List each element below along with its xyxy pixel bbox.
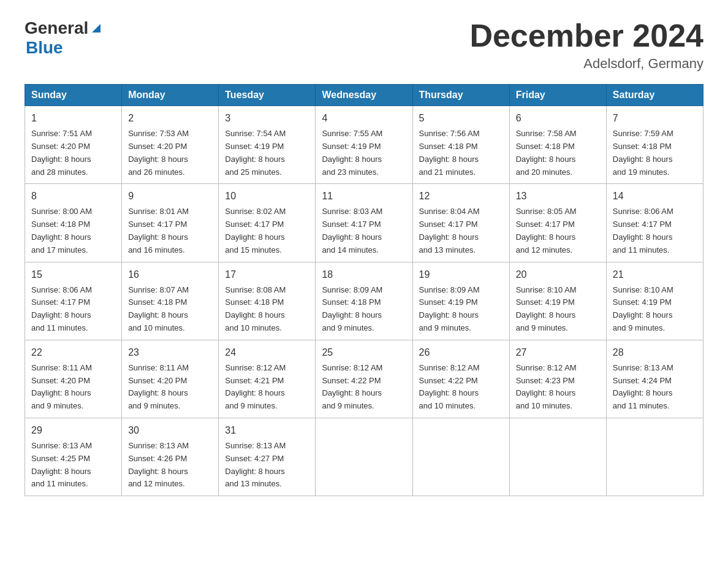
- month-title: December 2024: [469, 18, 703, 53]
- calendar-cell: 25 Sunrise: 8:12 AMSunset: 4:22 PMDaylig…: [316, 340, 412, 418]
- day-number: 21: [613, 267, 697, 282]
- logo-blue-text: Blue: [26, 38, 63, 58]
- calendar-cell: 11 Sunrise: 8:03 AMSunset: 4:17 PMDaylig…: [316, 184, 412, 262]
- calendar-week-row: 29 Sunrise: 8:13 AMSunset: 4:25 PMDaylig…: [25, 418, 703, 496]
- calendar-cell: 17 Sunrise: 8:08 AMSunset: 4:18 PMDaylig…: [219, 262, 316, 340]
- day-number: 13: [516, 189, 600, 204]
- day-info: Sunrise: 8:05 AMSunset: 4:17 PMDaylight:…: [516, 205, 600, 256]
- calendar-cell: 12 Sunrise: 8:04 AMSunset: 4:17 PMDaylig…: [412, 184, 509, 262]
- day-info: Sunrise: 8:12 AMSunset: 4:22 PMDaylight:…: [419, 362, 503, 413]
- calendar-cell: 2 Sunrise: 7:53 AMSunset: 4:20 PMDayligh…: [122, 106, 219, 184]
- day-info: Sunrise: 8:11 AMSunset: 4:20 PMDaylight:…: [128, 362, 212, 413]
- day-info: Sunrise: 8:09 AMSunset: 4:19 PMDaylight:…: [419, 284, 503, 335]
- day-number: 8: [31, 189, 115, 204]
- day-number: 18: [322, 267, 406, 282]
- day-info: Sunrise: 8:13 AMSunset: 4:25 PMDaylight:…: [31, 440, 115, 491]
- day-number: 19: [419, 267, 503, 282]
- day-info: Sunrise: 8:13 AMSunset: 4:27 PMDaylight:…: [225, 440, 309, 491]
- day-info: Sunrise: 8:13 AMSunset: 4:24 PMDaylight:…: [613, 362, 697, 413]
- calendar-cell: 15 Sunrise: 8:06 AMSunset: 4:17 PMDaylig…: [25, 262, 122, 340]
- day-info: Sunrise: 8:13 AMSunset: 4:26 PMDaylight:…: [128, 440, 212, 491]
- day-info: Sunrise: 7:59 AMSunset: 4:18 PMDaylight:…: [613, 128, 697, 178]
- day-info: Sunrise: 7:55 AMSunset: 4:19 PMDaylight:…: [322, 128, 406, 178]
- calendar-cell: 21 Sunrise: 8:10 AMSunset: 4:19 PMDaylig…: [606, 262, 703, 340]
- day-info: Sunrise: 7:51 AMSunset: 4:20 PMDaylight:…: [31, 128, 115, 178]
- calendar-cell: 16 Sunrise: 8:07 AMSunset: 4:18 PMDaylig…: [122, 262, 219, 340]
- calendar-week-row: 1 Sunrise: 7:51 AMSunset: 4:20 PMDayligh…: [25, 106, 703, 184]
- day-number: 6: [516, 111, 600, 126]
- calendar-cell: 6 Sunrise: 7:58 AMSunset: 4:18 PMDayligh…: [509, 106, 606, 184]
- day-number: 4: [322, 111, 406, 126]
- calendar-cell: 28 Sunrise: 8:13 AMSunset: 4:24 PMDaylig…: [606, 340, 703, 418]
- day-info: Sunrise: 8:00 AMSunset: 4:18 PMDaylight:…: [31, 205, 115, 256]
- calendar-cell: 4 Sunrise: 7:55 AMSunset: 4:19 PMDayligh…: [316, 106, 412, 184]
- calendar-cell: 22 Sunrise: 8:11 AMSunset: 4:20 PMDaylig…: [25, 340, 122, 418]
- day-info: Sunrise: 8:12 AMSunset: 4:22 PMDaylight:…: [322, 362, 406, 413]
- day-info: Sunrise: 7:53 AMSunset: 4:20 PMDaylight:…: [128, 128, 212, 178]
- logo-triangle-icon: [89, 21, 103, 35]
- calendar-table: Sunday Monday Tuesday Wednesday Thursday…: [25, 84, 703, 496]
- day-number: 9: [128, 189, 212, 204]
- calendar-cell: 31 Sunrise: 8:13 AMSunset: 4:27 PMDaylig…: [219, 418, 316, 496]
- calendar-week-row: 22 Sunrise: 8:11 AMSunset: 4:20 PMDaylig…: [25, 340, 703, 418]
- day-number: 14: [613, 189, 697, 204]
- day-number: 10: [225, 189, 309, 204]
- day-number: 11: [322, 189, 406, 204]
- calendar-cell: 9 Sunrise: 8:01 AMSunset: 4:17 PMDayligh…: [122, 184, 219, 262]
- day-info: Sunrise: 8:11 AMSunset: 4:20 PMDaylight:…: [31, 362, 115, 413]
- day-number: 23: [128, 345, 212, 360]
- day-info: Sunrise: 8:06 AMSunset: 4:17 PMDaylight:…: [613, 205, 697, 256]
- calendar-cell: 24 Sunrise: 8:12 AMSunset: 4:21 PMDaylig…: [219, 340, 316, 418]
- day-info: Sunrise: 8:07 AMSunset: 4:18 PMDaylight:…: [128, 284, 212, 335]
- calendar-cell: 19 Sunrise: 8:09 AMSunset: 4:19 PMDaylig…: [412, 262, 509, 340]
- day-info: Sunrise: 8:06 AMSunset: 4:17 PMDaylight:…: [31, 284, 115, 335]
- day-number: 20: [516, 267, 600, 282]
- header-wednesday: Wednesday: [316, 85, 412, 106]
- day-info: Sunrise: 8:12 AMSunset: 4:21 PMDaylight:…: [225, 362, 309, 413]
- day-number: 7: [613, 111, 697, 126]
- day-number: 15: [31, 267, 115, 282]
- day-number: 12: [419, 189, 503, 204]
- header-tuesday: Tuesday: [219, 85, 316, 106]
- calendar-cell: 30 Sunrise: 8:13 AMSunset: 4:26 PMDaylig…: [122, 418, 219, 496]
- calendar-cell: 3 Sunrise: 7:54 AMSunset: 4:19 PMDayligh…: [219, 106, 316, 184]
- header-thursday: Thursday: [412, 85, 509, 106]
- title-block: December 2024 Adelsdorf, Germany: [469, 18, 703, 72]
- calendar-week-row: 15 Sunrise: 8:06 AMSunset: 4:17 PMDaylig…: [25, 262, 703, 340]
- calendar-cell: 13 Sunrise: 8:05 AMSunset: 4:17 PMDaylig…: [509, 184, 606, 262]
- day-info: Sunrise: 8:01 AMSunset: 4:17 PMDaylight:…: [128, 205, 212, 256]
- calendar-cell: 29 Sunrise: 8:13 AMSunset: 4:25 PMDaylig…: [25, 418, 122, 496]
- svg-marker-0: [92, 24, 100, 33]
- calendar-cell: 20 Sunrise: 8:10 AMSunset: 4:19 PMDaylig…: [509, 262, 606, 340]
- day-info: Sunrise: 8:10 AMSunset: 4:19 PMDaylight:…: [613, 284, 697, 335]
- logo: General Blue: [25, 18, 103, 58]
- calendar-cell: 5 Sunrise: 7:56 AMSunset: 4:18 PMDayligh…: [412, 106, 509, 184]
- day-number: 22: [31, 345, 115, 360]
- day-info: Sunrise: 8:09 AMSunset: 4:18 PMDaylight:…: [322, 284, 406, 335]
- location-title: Adelsdorf, Germany: [469, 56, 703, 72]
- calendar-cell: 18 Sunrise: 8:09 AMSunset: 4:18 PMDaylig…: [316, 262, 412, 340]
- day-number: 29: [31, 423, 115, 438]
- day-info: Sunrise: 8:03 AMSunset: 4:17 PMDaylight:…: [322, 205, 406, 256]
- calendar-cell: [316, 418, 412, 496]
- day-info: Sunrise: 8:02 AMSunset: 4:17 PMDaylight:…: [225, 205, 309, 256]
- day-info: Sunrise: 7:56 AMSunset: 4:18 PMDaylight:…: [419, 128, 503, 178]
- header-friday: Friday: [509, 85, 606, 106]
- calendar-cell: [606, 418, 703, 496]
- calendar-cell: 26 Sunrise: 8:12 AMSunset: 4:22 PMDaylig…: [412, 340, 509, 418]
- calendar-cell: 8 Sunrise: 8:00 AMSunset: 4:18 PMDayligh…: [25, 184, 122, 262]
- day-info: Sunrise: 8:12 AMSunset: 4:23 PMDaylight:…: [516, 362, 600, 413]
- calendar-cell: 7 Sunrise: 7:59 AMSunset: 4:18 PMDayligh…: [606, 106, 703, 184]
- day-number: 17: [225, 267, 309, 282]
- day-number: 24: [225, 345, 309, 360]
- day-info: Sunrise: 8:10 AMSunset: 4:19 PMDaylight:…: [516, 284, 600, 335]
- day-number: 3: [225, 111, 309, 126]
- day-number: 31: [225, 423, 309, 438]
- calendar-cell: [412, 418, 509, 496]
- logo-general-text: General: [25, 18, 88, 38]
- calendar-cell: 27 Sunrise: 8:12 AMSunset: 4:23 PMDaylig…: [509, 340, 606, 418]
- day-number: 16: [128, 267, 212, 282]
- calendar-cell: [509, 418, 606, 496]
- header-monday: Monday: [122, 85, 219, 106]
- calendar-cell: 1 Sunrise: 7:51 AMSunset: 4:20 PMDayligh…: [25, 106, 122, 184]
